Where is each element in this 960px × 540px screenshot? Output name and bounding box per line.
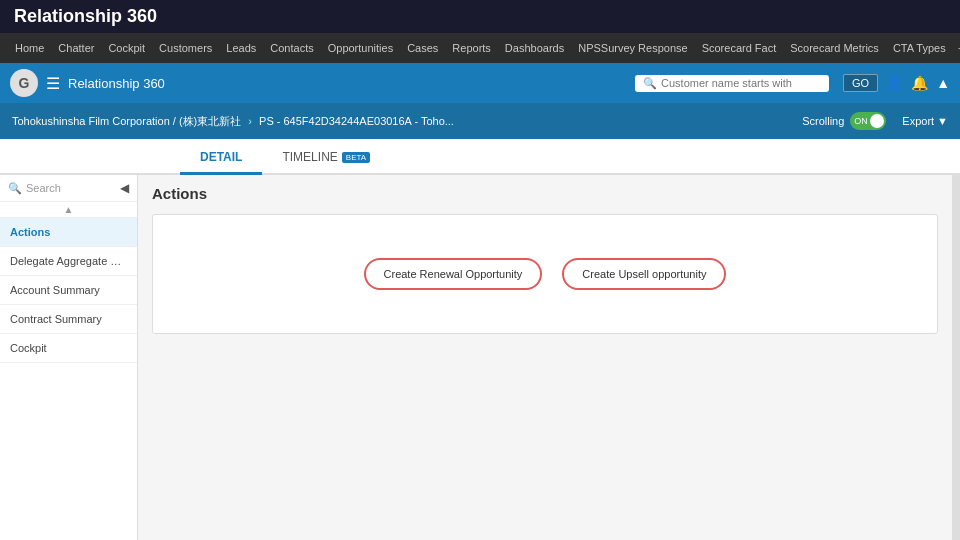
breadcrumb-sep: › — [248, 115, 255, 127]
nav-add-icon[interactable]: + — [953, 40, 960, 56]
sidebar-search-icon: 🔍 — [8, 182, 22, 195]
export-button[interactable]: Export ▼ — [902, 115, 948, 127]
nav-item-reports[interactable]: Reports — [445, 33, 498, 63]
sidebar-items: ActionsDelegate Aggregate DatAccount Sum… — [0, 218, 137, 540]
scrolling-toggle[interactable]: ON — [850, 112, 886, 130]
nav-item-home[interactable]: Home — [8, 33, 51, 63]
go-button[interactable]: GO — [843, 74, 878, 92]
search-input[interactable] — [661, 77, 821, 89]
person-icon[interactable]: 👤 — [886, 75, 903, 91]
actions-panel: Create Renewal OpportunityCreate Upsell … — [152, 214, 938, 334]
nav-item-scorecardmetrics[interactable]: Scorecard Metrics — [783, 33, 886, 63]
header-title: Relationship 360 — [68, 76, 635, 91]
nav-item-dashboards[interactable]: Dashboards — [498, 33, 571, 63]
nav-item-opportunities[interactable]: Opportunities — [321, 33, 400, 63]
action-button-1[interactable]: Create Upsell opportunity — [562, 258, 726, 290]
search-icon: 🔍 — [643, 77, 657, 90]
header-icons: GO 👤 🔔 ▲ — [839, 74, 950, 92]
sidebar-search-label: Search — [26, 182, 120, 194]
sidebar-search[interactable]: 🔍 Search ◀ — [0, 175, 137, 202]
content-title: Actions — [152, 185, 938, 202]
tabs-bar: DETAILTIMELINEBETA — [0, 139, 960, 175]
app-logo: G — [10, 69, 38, 97]
app-title: Relationship 360 — [14, 6, 157, 27]
nav-item-leads[interactable]: Leads — [219, 33, 263, 63]
tab-detail[interactable]: DETAIL — [180, 142, 262, 175]
title-bar: Relationship 360 — [0, 0, 960, 33]
breadcrumb-record[interactable]: PS - 645F42D34244AE03016A - Toho... — [259, 115, 454, 127]
bell-icon[interactable]: 🔔 — [911, 75, 928, 91]
nav-item-ctatypes[interactable]: CTA Types — [886, 33, 953, 63]
nav-item-customers[interactable]: Customers — [152, 33, 219, 63]
nav-item-cases[interactable]: Cases — [400, 33, 445, 63]
breadcrumb-company[interactable]: Tohokushinsha Film Corporation / (株)東北新社 — [12, 115, 241, 127]
nav-item-chatter[interactable]: Chatter — [51, 33, 101, 63]
scrolling-control: Scrolling ON — [802, 112, 886, 130]
nav-item-cockpit[interactable]: Cockpit — [101, 33, 152, 63]
search-box[interactable]: 🔍 — [635, 75, 829, 92]
sidebar-item-contract-summary[interactable]: Contract Summary — [0, 305, 137, 334]
tab-timeline[interactable]: TIMELINEBETA — [262, 142, 390, 175]
breadcrumb-bar: Tohokushinsha Film Corporation / (株)東北新社… — [0, 103, 960, 139]
toggle-on-label: ON — [854, 116, 868, 126]
beta-badge: BETA — [342, 152, 370, 163]
sidebar-item-account-summary[interactable]: Account Summary — [0, 276, 137, 305]
export-chevron-icon: ▼ — [937, 115, 948, 127]
content-area: Actions Create Renewal OpportunityCreate… — [138, 175, 952, 540]
scrolling-label: Scrolling — [802, 115, 844, 127]
sidebar-scroll-up[interactable]: ▲ — [0, 202, 137, 218]
export-label: Export — [902, 115, 934, 127]
chevron-up-icon[interactable]: ▲ — [936, 75, 950, 91]
action-button-0[interactable]: Create Renewal Opportunity — [364, 258, 543, 290]
sidebar-collapse-icon[interactable]: ◀ — [120, 181, 129, 195]
sidebar: 🔍 Search ◀ ▲ ActionsDelegate Aggregate D… — [0, 175, 138, 540]
hamburger-icon[interactable]: ☰ — [46, 74, 60, 93]
scrollbar[interactable] — [952, 175, 960, 540]
sidebar-item-delegate-aggregate-dat[interactable]: Delegate Aggregate Dat — [0, 247, 137, 276]
nav-item-scorecardfact[interactable]: Scorecard Fact — [695, 33, 784, 63]
app-header: G ☰ Relationship 360 🔍 GO 👤 🔔 ▲ — [0, 63, 960, 103]
sidebar-item-actions[interactable]: Actions — [0, 218, 137, 247]
nav-item-contacts[interactable]: Contacts — [263, 33, 320, 63]
nav-bar: HomeChatterCockpitCustomersLeadsContacts… — [0, 33, 960, 63]
nav-item-npssurveyresponse[interactable]: NPSSurvey Response — [571, 33, 694, 63]
sidebar-item-cockpit[interactable]: Cockpit — [0, 334, 137, 363]
main-layout: 🔍 Search ◀ ▲ ActionsDelegate Aggregate D… — [0, 175, 960, 540]
breadcrumb: Tohokushinsha Film Corporation / (株)東北新社… — [12, 114, 802, 129]
